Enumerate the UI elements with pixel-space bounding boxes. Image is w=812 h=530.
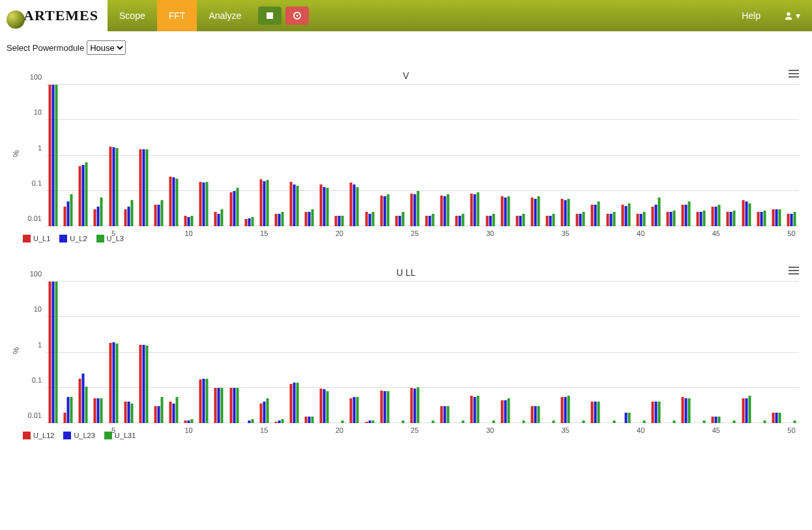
y-tick-label: 0.1 — [32, 179, 46, 187]
bar — [715, 417, 718, 423]
bar — [52, 282, 55, 423]
bar — [507, 196, 510, 226]
bar — [350, 398, 353, 423]
x-tick-label: 25 — [411, 426, 418, 434]
legend-item[interactable]: U_L12 — [23, 432, 54, 439]
bar — [474, 397, 476, 423]
bar — [530, 406, 533, 423]
bar — [199, 379, 202, 423]
user-menu[interactable]: ▾ — [772, 0, 812, 31]
bar — [289, 384, 292, 423]
bar — [444, 196, 446, 226]
bar — [429, 216, 431, 226]
legend-item[interactable]: U_L31 — [104, 432, 136, 439]
bar — [274, 422, 277, 423]
bar — [221, 388, 224, 423]
stop-button[interactable] — [258, 7, 282, 25]
bar — [308, 417, 311, 423]
bar — [386, 194, 389, 226]
bar — [416, 191, 419, 226]
x-tick-label: 45 — [712, 229, 720, 237]
bar — [85, 387, 88, 423]
bar — [115, 344, 118, 423]
bar — [386, 391, 389, 423]
nav-fft[interactable]: FFT — [157, 0, 197, 31]
bar — [643, 420, 645, 423]
bar — [745, 398, 747, 423]
legend-label: U_L31 — [115, 432, 136, 439]
bar — [100, 198, 103, 226]
bar — [109, 147, 111, 226]
powermodule-select[interactable]: House — [87, 40, 126, 55]
bar — [673, 211, 675, 226]
legend-item[interactable]: U_L23 — [63, 432, 94, 439]
bar — [368, 214, 371, 226]
bar — [176, 397, 179, 423]
bar — [365, 422, 368, 423]
bar — [489, 216, 491, 226]
chart-menu-icon[interactable] — [789, 69, 799, 80]
bar — [613, 212, 615, 226]
bar — [441, 196, 443, 226]
bar — [176, 179, 179, 226]
bar — [583, 420, 585, 423]
chart-title: U LL — [7, 261, 805, 282]
legend-item[interactable]: U_L1 — [23, 235, 50, 243]
y-tick-label: 1 — [38, 341, 46, 349]
x-tick-label: 15 — [260, 426, 268, 434]
bar — [534, 406, 536, 423]
legend-item[interactable]: U_L3 — [96, 235, 124, 243]
nav-analyze[interactable]: Analyze — [197, 0, 253, 31]
svg-rect-6 — [789, 76, 799, 78]
y-axis-label: % — [12, 150, 21, 157]
chart-menu-icon[interactable] — [789, 266, 799, 277]
bar — [353, 184, 356, 226]
bar — [477, 192, 480, 226]
record-icon — [293, 11, 302, 20]
bar — [97, 398, 100, 423]
chart-title: V — [7, 64, 805, 85]
bar — [441, 406, 443, 423]
bar — [248, 218, 250, 227]
x-tick-label: 40 — [637, 426, 645, 434]
bar — [281, 419, 283, 423]
bar — [462, 420, 465, 423]
nav-scope[interactable]: Scope — [108, 0, 157, 31]
bar — [504, 198, 506, 226]
bar — [447, 406, 450, 423]
bar — [401, 420, 404, 423]
bar — [203, 183, 205, 226]
x-tick-label: 25 — [411, 229, 418, 237]
record-button[interactable] — [285, 7, 309, 25]
bar — [305, 417, 308, 423]
bar — [157, 406, 160, 423]
bar — [500, 400, 503, 423]
bar — [55, 282, 58, 423]
x-tick-label: 30 — [486, 229, 494, 237]
bar — [160, 397, 163, 423]
bar — [546, 216, 549, 226]
bar — [371, 212, 374, 226]
bar — [778, 413, 781, 423]
bar — [410, 388, 413, 423]
bar — [70, 194, 73, 226]
bar — [715, 207, 718, 226]
nav-button-group — [253, 0, 314, 31]
bar — [293, 184, 295, 226]
bar — [371, 420, 374, 423]
bar — [139, 345, 141, 423]
stop-icon — [267, 12, 273, 19]
bar — [64, 207, 66, 226]
bar — [353, 397, 356, 423]
bar — [522, 214, 525, 226]
bar — [413, 194, 416, 226]
bar — [778, 209, 781, 226]
nav-help[interactable]: Help — [730, 0, 772, 31]
bar — [184, 420, 187, 423]
bar — [793, 212, 796, 226]
legend-item[interactable]: U_L2 — [59, 235, 87, 243]
svg-rect-8 — [789, 270, 799, 271]
y-axis-label: % — [12, 347, 21, 354]
bar — [263, 402, 265, 423]
bar — [703, 211, 706, 226]
